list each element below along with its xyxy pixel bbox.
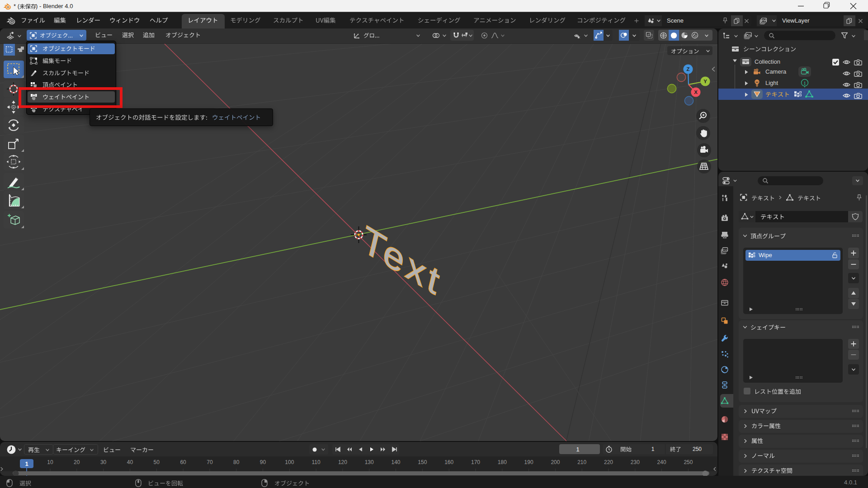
svg-text:200: 200 (551, 459, 560, 465)
svg-text:50: 50 (154, 459, 160, 465)
svg-text:250: 250 (684, 459, 693, 465)
svg-text:80: 80 (233, 459, 240, 465)
svg-text:70: 70 (207, 459, 213, 465)
svg-text:20: 20 (74, 459, 80, 465)
svg-text:160: 160 (444, 459, 453, 465)
svg-text:180: 180 (498, 459, 507, 465)
svg-text:X: X (694, 89, 698, 95)
svg-text:60: 60 (180, 459, 186, 465)
svg-text:40: 40 (127, 459, 133, 465)
svg-text:110: 110 (312, 459, 321, 465)
svg-text:10: 10 (47, 459, 53, 465)
svg-text:Y: Y (703, 79, 707, 84)
svg-text:170: 170 (471, 459, 480, 465)
svg-text:90: 90 (260, 459, 266, 465)
svg-text:190: 190 (524, 459, 533, 465)
svg-text:140: 140 (391, 459, 400, 465)
svg-text:30: 30 (100, 459, 107, 465)
svg-text:240: 240 (657, 459, 666, 465)
svg-text:Z: Z (686, 66, 689, 72)
svg-text:Text: Text (359, 218, 446, 305)
svg-text:230: 230 (631, 459, 640, 465)
svg-text:220: 220 (604, 459, 613, 465)
svg-text:210: 210 (577, 459, 586, 465)
svg-text:120: 120 (338, 459, 347, 465)
svg-text:150: 150 (418, 459, 427, 465)
svg-text:130: 130 (365, 459, 374, 465)
svg-text:100: 100 (285, 459, 294, 465)
